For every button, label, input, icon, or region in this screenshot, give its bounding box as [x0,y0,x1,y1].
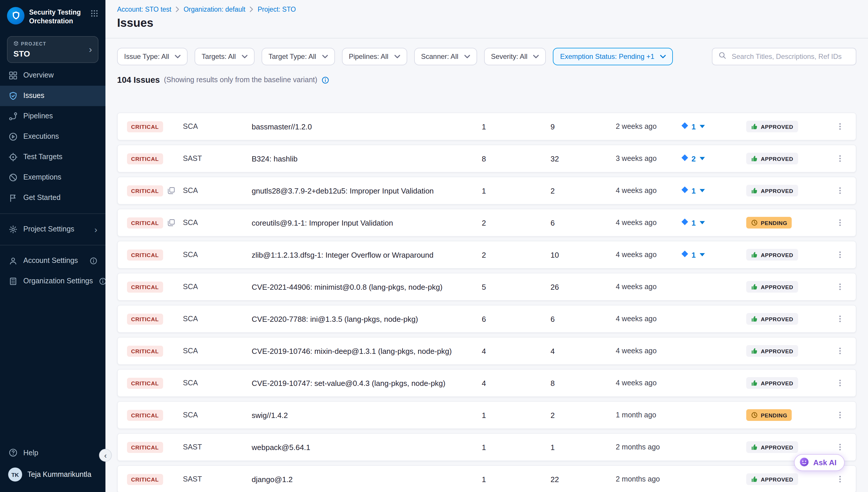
sidebar-item-overview[interactable]: Overview [0,65,105,86]
ticket-count: 1 [691,218,695,227]
sidebar-item-help[interactable]: Help [0,442,105,463]
row-menu-button[interactable] [835,441,845,453]
last-detected-cell: 2 weeks ago [616,122,681,130]
module-switcher-icon[interactable] [89,8,100,20]
sidebar-collapse-button[interactable]: ‹ [99,449,112,462]
table-row[interactable]: CRITICAL SAST B324: hashlib 8 32 3 weeks… [117,145,856,173]
table-row[interactable]: CRITICAL SAST django@1.2 1 22 2 months a… [117,465,856,492]
table-row[interactable]: CRITICAL SCA CVE-2020-7788: ini@1.3.5 (l… [117,305,856,333]
filter-exemption-status[interactable]: Exemption Status: Pending +1 [553,48,673,65]
exemption-status-badge: APPROVED [746,185,798,196]
sidebar-item-exemptions[interactable]: Exemptions [0,167,105,188]
sidebar-item-test-targets[interactable]: Test Targets [0,147,105,167]
issue-title[interactable]: B324: hashlib [252,154,482,163]
exemption-status-cell: APPROVED [746,377,834,389]
sidebar-item-account-settings[interactable]: Account Settings [0,251,105,271]
breadcrumb-item: Organization: default [175,6,245,13]
breadcrumb: Account: STO test Organization: default … [117,6,856,13]
issue-title[interactable]: django@1.2 [252,475,482,484]
issue-type-cell: SCA [183,187,252,195]
exemption-status-cell: APPROVED [746,441,834,453]
app-logo-icon [7,7,24,24]
issue-title[interactable]: bassmaster//1.2.0 [252,122,482,131]
ticket-link[interactable]: 1 [681,250,746,260]
row-menu-button[interactable] [835,377,845,389]
filter-targets[interactable]: Targets: All [194,48,254,65]
issue-title[interactable]: CVE-2020-7788: ini@1.3.5 (lang-pkgs, nod… [252,315,482,323]
severity-cell: CRITICAL [127,474,183,485]
row-menu-button[interactable] [835,217,845,228]
issue-title[interactable]: CVE-2019-10747: set-value@0.4.3 (lang-pk… [252,378,482,387]
severity-badge: CRITICAL [127,377,163,389]
row-menu-button[interactable] [835,313,845,325]
breadcrumb-item: Account: STO test [117,6,171,13]
ticket-link[interactable]: 1 [681,186,746,195]
issue-title[interactable]: webpack@5.64.1 [252,443,482,451]
table-row[interactable]: CRITICAL SCA gnutls28@3.7.9-2+deb12u5: I… [117,177,856,205]
nav-label: Issues [23,92,44,100]
row-menu-button[interactable] [835,185,845,196]
severity-cell: CRITICAL [127,217,183,228]
search-input[interactable] [731,52,850,61]
user-profile[interactable]: TK Teja Kummarikuntla [0,463,105,486]
filter-target-type[interactable]: Target Type: All [262,48,335,65]
breadcrumb-link[interactable]: Account: STO test [117,6,171,13]
breadcrumb-link[interactable]: Project: STO [258,6,296,13]
severity-badge: CRITICAL [127,121,163,132]
table-row[interactable]: CRITICAL SAST webpack@5.64.1 1 1 2 month… [117,433,856,461]
table-row[interactable]: CRITICAL SCA bassmaster//1.2.0 1 9 2 wee… [117,113,856,141]
row-menu-button[interactable] [835,473,845,485]
issue-title[interactable]: CVE-2019-10746: mixin-deep@1.3.1 (lang-p… [252,347,482,355]
severity-cell: CRITICAL [127,345,183,356]
sidebar-item-pipelines[interactable]: Pipelines [0,106,105,126]
nav-label: Account Settings [23,257,78,265]
filter-pipelines[interactable]: Pipelines: All [342,48,407,65]
table-row[interactable]: CRITICAL SCA CVE-2021-44906: minimist@0.… [117,273,856,301]
issue-title[interactable]: zlib@1:1.2.13.dfsg-1: Integer Overflow o… [252,250,482,259]
sidebar-item-organization-settings[interactable]: Organization Settings [0,271,105,292]
row-menu-button[interactable] [835,281,845,293]
project-selector[interactable]: PROJECT STO › [7,36,99,63]
page-header: Account: STO test Organization: default … [105,0,868,39]
info-icon[interactable] [321,76,329,84]
chevron-down-icon [175,55,181,58]
table-row[interactable]: CRITICAL SCA swig//1.4.2 1 2 1 month ago… [117,401,856,429]
severity-cell: CRITICAL [127,410,183,421]
ticket-link[interactable]: 2 [681,154,746,163]
issue-type-cell: SCA [183,251,252,259]
table-row[interactable]: CRITICAL SCA zlib@1:1.2.13.dfsg-1: Integ… [117,241,856,269]
grouped-issues-icon [167,219,175,227]
issue-title[interactable]: coreutils@9.1-1: Improper Input Validati… [252,218,482,227]
ticket-link[interactable]: 1 [681,122,746,131]
filter-scanner[interactable]: Scanner: All [414,48,477,65]
issue-title[interactable]: CVE-2021-44906: minimist@0.0.8 (lang-pkg… [252,282,482,291]
issue-title[interactable]: swig//1.4.2 [252,411,482,419]
sidebar-item-issues[interactable]: Issues [0,86,105,106]
ticket-link[interactable]: 1 [681,218,746,227]
row-menu-button[interactable] [835,409,845,421]
issue-title[interactable]: gnutls28@3.7.9-2+deb12u5: Improper Input… [252,186,482,195]
jira-icon [681,186,689,195]
table-row[interactable]: CRITICAL SCA coreutils@9.1-1: Improper I… [117,209,856,237]
sidebar-item-executions[interactable]: Executions [0,126,105,147]
filter-issue-type[interactable]: Issue Type: All [117,48,188,65]
row-menu-button[interactable] [835,249,845,261]
row-menu-button[interactable] [835,121,845,132]
approved-icon [751,379,758,387]
nav-label: Test Targets [23,153,62,161]
row-menu-button[interactable] [835,345,845,357]
table-row[interactable]: CRITICAL SCA CVE-2019-10747: set-value@0… [117,369,856,397]
ask-ai-button[interactable]: Ask AI [794,454,845,471]
sidebar-item-get-started[interactable]: Get Started [0,188,105,208]
approved-icon [751,283,758,290]
filter-severity[interactable]: Severity: All [484,48,546,65]
sidebar-item-project-settings[interactable]: Project Settings › [0,219,105,240]
breadcrumb-link[interactable]: Organization: default [184,6,245,13]
actions-cell [834,121,846,132]
exemption-status-cell: APPROVED [746,281,834,293]
row-menu-button[interactable] [835,153,845,164]
issue-type-cell: SCA [183,315,252,323]
exemption-status-badge: APPROVED [746,473,798,485]
table-row[interactable]: CRITICAL SCA CVE-2019-10746: mixin-deep@… [117,337,856,365]
nav-label: Overview [23,71,54,79]
